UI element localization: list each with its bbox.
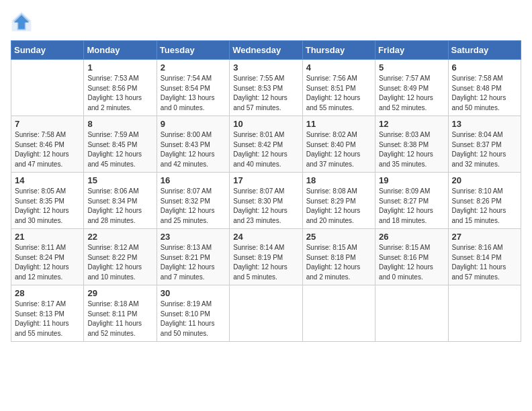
weekday-header-saturday: Saturday bbox=[448, 41, 521, 60]
calendar-cell: 20Sunrise: 8:10 AMSunset: 8:26 PMDayligh… bbox=[448, 173, 521, 229]
logo-icon bbox=[11, 11, 32, 32]
calendar-cell: 8Sunrise: 7:59 AMSunset: 8:45 PMDaylight… bbox=[84, 116, 157, 173]
calendar-cell: 27Sunrise: 8:16 AMSunset: 8:14 PMDayligh… bbox=[448, 229, 521, 285]
day-info: Sunrise: 8:00 AMSunset: 8:43 PMDaylight:… bbox=[161, 130, 226, 169]
day-info: Sunrise: 7:58 AMSunset: 8:46 PMDaylight:… bbox=[15, 130, 80, 169]
calendar-cell: 16Sunrise: 8:07 AMSunset: 8:32 PMDayligh… bbox=[157, 173, 229, 229]
weekday-header-tuesday: Tuesday bbox=[157, 41, 229, 60]
calendar-cell: 12Sunrise: 8:03 AMSunset: 8:38 PMDayligh… bbox=[375, 116, 448, 173]
day-info: Sunrise: 7:59 AMSunset: 8:45 PMDaylight:… bbox=[87, 130, 152, 169]
day-number: 4 bbox=[306, 62, 371, 73]
day-number: 13 bbox=[452, 119, 517, 129]
day-info: Sunrise: 7:57 AMSunset: 8:49 PMDaylight:… bbox=[379, 74, 444, 113]
day-number: 6 bbox=[452, 62, 517, 73]
page-header bbox=[11, 11, 521, 32]
day-info: Sunrise: 7:56 AMSunset: 8:51 PMDaylight:… bbox=[306, 74, 371, 113]
day-info: Sunrise: 7:54 AMSunset: 8:54 PMDaylight:… bbox=[161, 74, 226, 113]
day-info: Sunrise: 8:05 AMSunset: 8:35 PMDaylight:… bbox=[15, 187, 80, 226]
calendar-cell: 15Sunrise: 8:06 AMSunset: 8:34 PMDayligh… bbox=[84, 173, 157, 229]
day-info: Sunrise: 7:58 AMSunset: 8:48 PMDaylight:… bbox=[452, 74, 517, 113]
day-number: 11 bbox=[306, 119, 371, 129]
day-number: 19 bbox=[379, 175, 444, 185]
calendar-cell: 29Sunrise: 8:18 AMSunset: 8:11 PMDayligh… bbox=[84, 285, 157, 342]
day-number: 14 bbox=[15, 175, 80, 185]
weekday-header-thursday: Thursday bbox=[302, 41, 375, 60]
day-number: 5 bbox=[379, 62, 444, 73]
weekday-header-row: SundayMondayTuesdayWednesdayThursdayFrid… bbox=[11, 41, 521, 60]
day-number: 23 bbox=[161, 232, 226, 242]
day-number: 1 bbox=[87, 62, 152, 73]
calendar-cell: 1Sunrise: 7:53 AMSunset: 8:56 PMDaylight… bbox=[84, 60, 157, 116]
calendar-cell: 25Sunrise: 8:15 AMSunset: 8:18 PMDayligh… bbox=[302, 229, 375, 285]
weekday-header-wednesday: Wednesday bbox=[230, 41, 302, 60]
day-info: Sunrise: 8:12 AMSunset: 8:22 PMDaylight:… bbox=[87, 243, 152, 282]
calendar-week-row: 1Sunrise: 7:53 AMSunset: 8:56 PMDaylight… bbox=[11, 60, 521, 116]
day-info: Sunrise: 8:15 AMSunset: 8:16 PMDaylight:… bbox=[379, 243, 444, 282]
day-info: Sunrise: 8:13 AMSunset: 8:21 PMDaylight:… bbox=[161, 243, 226, 282]
calendar-cell: 21Sunrise: 8:11 AMSunset: 8:24 PMDayligh… bbox=[11, 229, 84, 285]
day-number: 29 bbox=[87, 288, 152, 298]
calendar-cell: 5Sunrise: 7:57 AMSunset: 8:49 PMDaylight… bbox=[375, 60, 448, 116]
calendar-cell: 4Sunrise: 7:56 AMSunset: 8:51 PMDaylight… bbox=[302, 60, 375, 116]
day-info: Sunrise: 8:01 AMSunset: 8:42 PMDaylight:… bbox=[233, 130, 298, 169]
calendar-cell: 14Sunrise: 8:05 AMSunset: 8:35 PMDayligh… bbox=[11, 173, 84, 229]
calendar-cell bbox=[230, 285, 302, 342]
day-number: 12 bbox=[379, 119, 444, 129]
day-info: Sunrise: 8:19 AMSunset: 8:10 PMDaylight:… bbox=[161, 300, 226, 338]
logo bbox=[11, 11, 35, 32]
day-number: 3 bbox=[233, 62, 298, 73]
day-info: Sunrise: 8:03 AMSunset: 8:38 PMDaylight:… bbox=[379, 130, 444, 169]
weekday-header-sunday: Sunday bbox=[11, 41, 84, 60]
calendar-cell bbox=[11, 60, 84, 116]
day-number: 20 bbox=[452, 175, 517, 185]
weekday-header-friday: Friday bbox=[375, 41, 448, 60]
day-info: Sunrise: 8:11 AMSunset: 8:24 PMDaylight:… bbox=[15, 243, 80, 282]
day-number: 27 bbox=[452, 232, 517, 242]
day-number: 15 bbox=[87, 175, 152, 185]
day-number: 25 bbox=[306, 232, 371, 242]
day-number: 26 bbox=[379, 232, 444, 242]
day-info: Sunrise: 8:15 AMSunset: 8:18 PMDaylight:… bbox=[306, 243, 371, 282]
day-number: 9 bbox=[161, 119, 226, 129]
calendar-cell: 17Sunrise: 8:07 AMSunset: 8:30 PMDayligh… bbox=[230, 173, 302, 229]
calendar-week-row: 14Sunrise: 8:05 AMSunset: 8:35 PMDayligh… bbox=[11, 173, 521, 229]
calendar-cell: 19Sunrise: 8:09 AMSunset: 8:27 PMDayligh… bbox=[375, 173, 448, 229]
calendar-week-row: 7Sunrise: 7:58 AMSunset: 8:46 PMDaylight… bbox=[11, 116, 521, 173]
day-number: 28 bbox=[15, 288, 80, 298]
calendar-cell: 30Sunrise: 8:19 AMSunset: 8:10 PMDayligh… bbox=[157, 285, 229, 342]
day-number: 30 bbox=[161, 288, 226, 298]
calendar-cell: 18Sunrise: 8:08 AMSunset: 8:29 PMDayligh… bbox=[302, 173, 375, 229]
calendar-cell: 26Sunrise: 8:15 AMSunset: 8:16 PMDayligh… bbox=[375, 229, 448, 285]
day-info: Sunrise: 8:08 AMSunset: 8:29 PMDaylight:… bbox=[306, 187, 371, 226]
calendar-cell: 7Sunrise: 7:58 AMSunset: 8:46 PMDaylight… bbox=[11, 116, 84, 173]
day-info: Sunrise: 8:06 AMSunset: 8:34 PMDaylight:… bbox=[87, 187, 152, 226]
calendar-table: SundayMondayTuesdayWednesdayThursdayFrid… bbox=[11, 40, 521, 342]
day-info: Sunrise: 8:14 AMSunset: 8:19 PMDaylight:… bbox=[233, 243, 298, 282]
calendar-cell: 13Sunrise: 8:04 AMSunset: 8:37 PMDayligh… bbox=[448, 116, 521, 173]
day-number: 17 bbox=[233, 175, 298, 185]
calendar-cell: 23Sunrise: 8:13 AMSunset: 8:21 PMDayligh… bbox=[157, 229, 229, 285]
calendar-cell: 9Sunrise: 8:00 AMSunset: 8:43 PMDaylight… bbox=[157, 116, 229, 173]
weekday-header-monday: Monday bbox=[84, 41, 157, 60]
calendar-cell: 10Sunrise: 8:01 AMSunset: 8:42 PMDayligh… bbox=[230, 116, 302, 173]
calendar-cell bbox=[448, 285, 521, 342]
calendar-week-row: 28Sunrise: 8:17 AMSunset: 8:13 PMDayligh… bbox=[11, 285, 521, 342]
calendar-cell: 3Sunrise: 7:55 AMSunset: 8:53 PMDaylight… bbox=[230, 60, 302, 116]
day-info: Sunrise: 8:07 AMSunset: 8:30 PMDaylight:… bbox=[233, 187, 298, 226]
day-info: Sunrise: 8:16 AMSunset: 8:14 PMDaylight:… bbox=[452, 243, 517, 282]
calendar-cell: 11Sunrise: 8:02 AMSunset: 8:40 PMDayligh… bbox=[302, 116, 375, 173]
day-info: Sunrise: 8:07 AMSunset: 8:32 PMDaylight:… bbox=[161, 187, 226, 226]
day-number: 22 bbox=[87, 232, 152, 242]
day-number: 10 bbox=[233, 119, 298, 129]
day-info: Sunrise: 8:10 AMSunset: 8:26 PMDaylight:… bbox=[452, 187, 517, 226]
day-number: 7 bbox=[15, 119, 80, 129]
day-number: 16 bbox=[161, 175, 226, 185]
calendar-cell: 28Sunrise: 8:17 AMSunset: 8:13 PMDayligh… bbox=[11, 285, 84, 342]
calendar-cell: 6Sunrise: 7:58 AMSunset: 8:48 PMDaylight… bbox=[448, 60, 521, 116]
day-info: Sunrise: 7:53 AMSunset: 8:56 PMDaylight:… bbox=[87, 74, 152, 113]
day-number: 8 bbox=[87, 119, 152, 129]
calendar-cell: 22Sunrise: 8:12 AMSunset: 8:22 PMDayligh… bbox=[84, 229, 157, 285]
day-info: Sunrise: 8:09 AMSunset: 8:27 PMDaylight:… bbox=[379, 187, 444, 226]
day-info: Sunrise: 7:55 AMSunset: 8:53 PMDaylight:… bbox=[233, 74, 298, 113]
day-number: 21 bbox=[15, 232, 80, 242]
